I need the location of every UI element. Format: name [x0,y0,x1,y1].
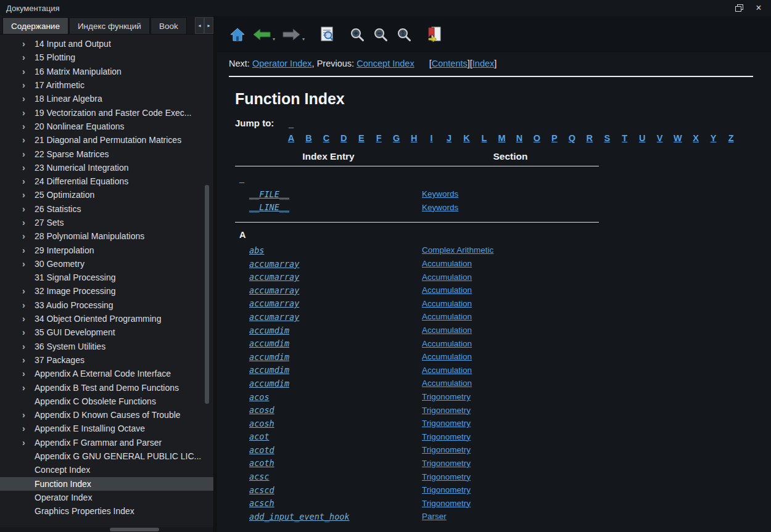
function-link[interactable]: accumarray [249,285,299,295]
previous-link[interactable]: Concept Index [357,59,414,68]
tree-item[interactable]: › 36 System Utilities [0,340,213,353]
tree-item[interactable]: › 16 Matrix Manipulation [0,65,213,78]
section-link[interactable]: Accumulation [422,339,472,348]
jump-letter-link[interactable]: M [498,133,505,144]
tree-item[interactable]: Graphics Properties Index [0,504,213,518]
tree-item[interactable]: › 22 Sparse Matrices [0,147,213,160]
function-link[interactable]: acosh [249,419,274,428]
jump-letter-link[interactable]: S [603,133,611,144]
tree-item[interactable]: › 25 Optimization [0,188,213,202]
section-link[interactable]: Trigonometry [422,406,471,415]
chevron-right-icon[interactable]: › [22,342,35,351]
jump-letter-link[interactable]: L [480,133,488,144]
back-dropdown-icon[interactable]: ▾ [273,36,275,42]
jump-letter-link[interactable]: U [638,133,646,144]
function-link[interactable]: accumdim [249,379,289,388]
function-link[interactable]: accumarray [249,312,299,322]
tab[interactable]: Содержание [2,17,68,34]
jump-letter-link[interactable]: T [621,133,629,144]
jump-letter-link[interactable]: O [533,133,540,144]
contents-link[interactable]: Contents [432,59,468,68]
section-link[interactable]: Trigonometry [422,472,471,481]
function-link[interactable]: acotd [249,445,274,455]
tree-item[interactable]: › Appendix A External Code Interface [0,367,213,380]
jump-letter-link[interactable]: H [410,133,418,144]
chevron-right-icon[interactable]: › [22,369,35,378]
chevron-right-icon[interactable]: › [22,218,35,227]
function-link[interactable]: acsch [249,498,274,508]
jump-letter-link[interactable]: Y [710,133,717,144]
tree-item[interactable]: › 33 Audio Processing [0,298,213,312]
search-button[interactable] [321,27,334,42]
tree-item[interactable]: › 26 Statistics [0,202,213,216]
chevron-right-icon[interactable]: › [22,205,35,213]
chevron-right-icon[interactable]: › [22,383,35,392]
jump-letter-link[interactable]: G [393,133,400,144]
jump-letter-link[interactable]: D [340,133,347,144]
jump-letter-link[interactable]: R [586,133,593,144]
jump-letter-link[interactable]: Q [568,133,575,144]
tree-item[interactable]: › 27 Sets [0,216,213,229]
function-link[interactable]: accumdim [249,325,289,335]
section-link[interactable]: Keywords [422,203,458,212]
chevron-right-icon[interactable]: › [22,67,35,76]
close-button[interactable]: × [754,3,764,13]
tree-item[interactable]: › 18 Linear Algebra [0,92,213,105]
back-button[interactable] [253,28,271,41]
tree-item[interactable]: › 21 Diagonal and Permutation Matrices [0,133,213,147]
chevron-right-icon[interactable]: › [22,301,35,309]
chevron-right-icon[interactable]: › [22,314,35,323]
chevron-right-icon[interactable]: › [22,81,35,89]
tree-item[interactable]: › Appendix B Test and Demo Functions [0,380,213,394]
tree-item[interactable]: Function Index [0,477,213,491]
function-link[interactable]: __LINE__ [249,202,289,212]
chevron-right-icon[interactable]: › [22,356,35,364]
chevron-right-icon[interactable]: › [22,177,35,186]
index-link[interactable]: Index [472,59,494,68]
function-link[interactable]: acoth [249,458,274,468]
chevron-right-icon[interactable]: › [22,260,35,268]
jump-letter-link[interactable]: _ [287,118,295,130]
chevron-right-icon[interactable]: › [22,328,35,337]
tab[interactable]: Book [150,17,187,34]
jump-letter-link[interactable]: W [674,133,682,144]
chevron-right-icon[interactable]: › [22,287,35,295]
chevron-right-icon[interactable]: › [22,424,35,433]
function-link[interactable]: add_input_event_hook [249,512,350,522]
tree-item[interactable]: Appendix C Obsolete Functions [0,395,213,408]
chevron-right-icon[interactable]: › [22,150,35,158]
tree-item[interactable]: › Appendix E Installing Octave [0,422,213,435]
jump-letter-link[interactable]: A [287,133,295,144]
titlebar[interactable]: Документация × [0,0,771,16]
jump-letter-link[interactable]: E [358,133,365,144]
jump-letter-link[interactable]: B [305,133,312,144]
tree-item[interactable]: › 24 Differential Equations [0,174,213,188]
tree-item[interactable]: Concept Index [0,463,213,477]
bookmark-button[interactable] [427,27,442,42]
tree-item[interactable]: › 14 Input and Output [0,37,213,51]
tree-item[interactable]: › 23 Numerical Integration [0,161,213,174]
jump-letter-link[interactable]: C [323,133,330,144]
section-link[interactable]: Trigonometry [422,432,471,441]
chevron-right-icon[interactable]: › [22,136,35,144]
tree-item[interactable]: Operator Index [0,491,213,504]
section-link[interactable]: Trigonometry [422,392,471,401]
chevron-right-icon[interactable]: › [22,94,35,103]
chevron-right-icon[interactable]: › [22,122,35,131]
horizontal-scrollbar-thumb[interactable] [110,528,159,531]
function-link[interactable]: acos [249,392,270,402]
tree-item[interactable]: 31 Signal Processing [0,271,213,284]
section-link[interactable]: Accumulation [422,299,472,308]
section-link[interactable]: Accumulation [422,312,472,321]
tree-item[interactable]: Appendix G GNU GENERAL PUBLIC LIC... [0,449,213,463]
chevron-right-icon[interactable]: › [22,411,35,419]
tree-item[interactable]: › Appendix D Known Causes of Trouble [0,408,213,422]
function-link[interactable]: acosd [249,405,274,415]
next-link[interactable]: Operator Index [252,59,312,68]
tab[interactable]: Индекс функций [69,17,150,34]
chevron-right-icon[interactable]: › [22,438,35,447]
tree-item[interactable]: › 17 Arithmetic [0,78,213,92]
forward-button[interactable] [282,28,300,41]
jump-letter-link[interactable]: F [375,133,382,144]
tree-item[interactable]: › 19 Vectorization and Faster Code Exec.… [0,105,213,119]
